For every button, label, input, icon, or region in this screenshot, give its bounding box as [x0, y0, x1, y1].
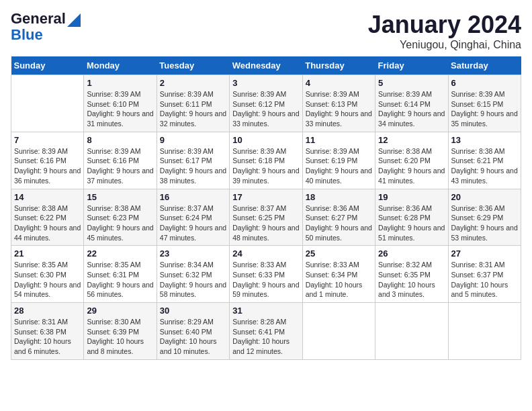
calendar-day-cell: 28Sunrise: 8:31 AMSunset: 6:38 PMDayligh… — [11, 303, 84, 360]
day-info: Sunrise: 8:36 AMSunset: 6:28 PMDaylight:… — [378, 203, 445, 243]
day-info: Sunrise: 8:39 AMSunset: 6:16 PMDaylight:… — [14, 146, 81, 186]
logo: General Blue — [11, 11, 81, 43]
day-number: 13 — [451, 135, 518, 145]
calendar-day-cell: 1Sunrise: 8:39 AMSunset: 6:10 PMDaylight… — [84, 75, 157, 132]
day-number: 18 — [306, 192, 372, 202]
calendar-day-cell: 12Sunrise: 8:38 AMSunset: 6:20 PMDayligh… — [375, 132, 448, 189]
calendar-day-cell: 7Sunrise: 8:39 AMSunset: 6:16 PMDaylight… — [11, 132, 84, 189]
calendar-day-cell: 17Sunrise: 8:37 AMSunset: 6:25 PMDayligh… — [230, 189, 302, 246]
calendar-week-row: 21Sunrise: 8:35 AMSunset: 6:30 PMDayligh… — [11, 246, 521, 303]
day-number: 7 — [14, 135, 81, 145]
calendar-day-cell: 2Sunrise: 8:39 AMSunset: 6:11 PMDaylight… — [157, 75, 229, 132]
calendar-day-cell: 10Sunrise: 8:39 AMSunset: 6:18 PMDayligh… — [230, 132, 302, 189]
calendar-week-row: 14Sunrise: 8:38 AMSunset: 6:22 PMDayligh… — [11, 189, 521, 246]
day-info: Sunrise: 8:36 AMSunset: 6:27 PMDaylight:… — [306, 203, 372, 243]
calendar-day-cell: 5Sunrise: 8:39 AMSunset: 6:14 PMDaylight… — [375, 75, 448, 132]
day-number: 23 — [160, 248, 226, 259]
day-number: 17 — [232, 192, 299, 202]
day-number: 6 — [451, 78, 518, 88]
calendar-header-row: SundayMondayTuesdayWednesdayThursdayFrid… — [11, 56, 521, 75]
day-number: 21 — [14, 248, 81, 259]
calendar-day-cell: 18Sunrise: 8:36 AMSunset: 6:27 PMDayligh… — [302, 189, 375, 246]
day-info: Sunrise: 8:31 AMSunset: 6:37 PMDaylight:… — [451, 260, 518, 300]
day-info: Sunrise: 8:39 AMSunset: 6:12 PMDaylight:… — [232, 89, 299, 129]
calendar-day-cell: 27Sunrise: 8:31 AMSunset: 6:37 PMDayligh… — [448, 246, 521, 303]
day-of-week-header: Friday — [375, 56, 448, 75]
calendar-week-row: 7Sunrise: 8:39 AMSunset: 6:16 PMDaylight… — [11, 132, 521, 189]
day-number: 3 — [232, 78, 299, 88]
calendar-day-cell: 4Sunrise: 8:39 AMSunset: 6:13 PMDaylight… — [302, 75, 375, 132]
day-of-week-header: Sunday — [11, 56, 84, 75]
day-number: 10 — [232, 135, 299, 145]
day-info: Sunrise: 8:32 AMSunset: 6:35 PMDaylight:… — [378, 260, 445, 300]
logo-text: General — [11, 11, 66, 27]
calendar-day-cell: 15Sunrise: 8:38 AMSunset: 6:23 PMDayligh… — [84, 189, 157, 246]
day-info: Sunrise: 8:39 AMSunset: 6:18 PMDaylight:… — [232, 146, 299, 186]
calendar-week-row: 28Sunrise: 8:31 AMSunset: 6:38 PMDayligh… — [11, 303, 521, 360]
calendar-day-cell: 14Sunrise: 8:38 AMSunset: 6:22 PMDayligh… — [11, 189, 84, 246]
day-number: 28 — [14, 306, 81, 316]
day-of-week-header: Monday — [84, 56, 157, 75]
day-info: Sunrise: 8:33 AMSunset: 6:33 PMDaylight:… — [232, 260, 299, 300]
day-number: 29 — [87, 306, 153, 316]
svg-marker-0 — [67, 13, 81, 27]
day-info: Sunrise: 8:39 AMSunset: 6:19 PMDaylight:… — [306, 146, 372, 186]
calendar-day-cell: 11Sunrise: 8:39 AMSunset: 6:19 PMDayligh… — [302, 132, 375, 189]
day-info: Sunrise: 8:39 AMSunset: 6:16 PMDaylight:… — [87, 146, 153, 186]
day-info: Sunrise: 8:38 AMSunset: 6:20 PMDaylight:… — [378, 146, 445, 186]
calendar-title-block: January 2024 Yeniugou, Qinghai, China — [368, 11, 521, 51]
calendar-subtitle: Yeniugou, Qinghai, China — [368, 39, 521, 51]
day-info: Sunrise: 8:36 AMSunset: 6:29 PMDaylight:… — [451, 203, 518, 243]
day-number: 30 — [160, 306, 226, 316]
day-number: 24 — [232, 248, 299, 259]
calendar-day-cell: 25Sunrise: 8:33 AMSunset: 6:34 PMDayligh… — [302, 246, 375, 303]
logo-arrow-icon — [67, 13, 81, 27]
day-number: 12 — [378, 135, 445, 145]
day-number: 8 — [87, 135, 153, 145]
day-number: 4 — [306, 78, 372, 88]
day-info: Sunrise: 8:39 AMSunset: 6:15 PMDaylight:… — [451, 89, 518, 129]
day-info: Sunrise: 8:35 AMSunset: 6:30 PMDaylight:… — [14, 260, 81, 300]
calendar-week-row: 1Sunrise: 8:39 AMSunset: 6:10 PMDaylight… — [11, 75, 521, 132]
day-info: Sunrise: 8:38 AMSunset: 6:23 PMDaylight:… — [87, 203, 153, 243]
day-info: Sunrise: 8:28 AMSunset: 6:41 PMDaylight:… — [232, 317, 299, 357]
day-number: 25 — [306, 248, 372, 259]
day-number: 27 — [451, 248, 518, 259]
day-number: 26 — [378, 248, 445, 259]
day-number: 11 — [306, 135, 372, 145]
calendar-day-cell: 9Sunrise: 8:39 AMSunset: 6:17 PMDaylight… — [157, 132, 229, 189]
day-info: Sunrise: 8:39 AMSunset: 6:17 PMDaylight:… — [160, 146, 226, 186]
day-number: 9 — [160, 135, 226, 145]
day-number: 5 — [378, 78, 445, 88]
calendar-empty-cell — [375, 303, 448, 360]
day-number: 31 — [232, 306, 299, 316]
calendar-empty-cell — [448, 303, 521, 360]
calendar-day-cell: 22Sunrise: 8:35 AMSunset: 6:31 PMDayligh… — [84, 246, 157, 303]
day-of-week-header: Saturday — [448, 56, 521, 75]
calendar-day-cell: 26Sunrise: 8:32 AMSunset: 6:35 PMDayligh… — [375, 246, 448, 303]
day-info: Sunrise: 8:33 AMSunset: 6:34 PMDaylight:… — [306, 260, 372, 300]
day-info: Sunrise: 8:30 AMSunset: 6:39 PMDaylight:… — [87, 317, 153, 357]
day-number: 19 — [378, 192, 445, 202]
calendar-day-cell: 16Sunrise: 8:37 AMSunset: 6:24 PMDayligh… — [157, 189, 229, 246]
day-info: Sunrise: 8:31 AMSunset: 6:38 PMDaylight:… — [14, 317, 81, 357]
day-info: Sunrise: 8:37 AMSunset: 6:25 PMDaylight:… — [232, 203, 299, 243]
day-info: Sunrise: 8:29 AMSunset: 6:40 PMDaylight:… — [160, 317, 226, 357]
day-number: 15 — [87, 192, 153, 202]
calendar-day-cell: 6Sunrise: 8:39 AMSunset: 6:15 PMDaylight… — [448, 75, 521, 132]
day-number: 16 — [160, 192, 226, 202]
calendar-day-cell: 29Sunrise: 8:30 AMSunset: 6:39 PMDayligh… — [84, 303, 157, 360]
calendar-day-cell: 21Sunrise: 8:35 AMSunset: 6:30 PMDayligh… — [11, 246, 84, 303]
day-number: 22 — [87, 248, 153, 259]
calendar-empty-cell — [302, 303, 375, 360]
day-info: Sunrise: 8:38 AMSunset: 6:22 PMDaylight:… — [14, 203, 81, 243]
calendar-day-cell: 23Sunrise: 8:34 AMSunset: 6:32 PMDayligh… — [157, 246, 229, 303]
calendar-empty-cell — [11, 75, 84, 132]
day-info: Sunrise: 8:38 AMSunset: 6:21 PMDaylight:… — [451, 146, 518, 186]
day-of-week-header: Wednesday — [230, 56, 302, 75]
calendar-day-cell: 19Sunrise: 8:36 AMSunset: 6:28 PMDayligh… — [375, 189, 448, 246]
day-number: 20 — [451, 192, 518, 202]
calendar-day-cell: 13Sunrise: 8:38 AMSunset: 6:21 PMDayligh… — [448, 132, 521, 189]
calendar-table: SundayMondayTuesdayWednesdayThursdayFrid… — [11, 56, 521, 360]
day-of-week-header: Thursday — [302, 56, 375, 75]
